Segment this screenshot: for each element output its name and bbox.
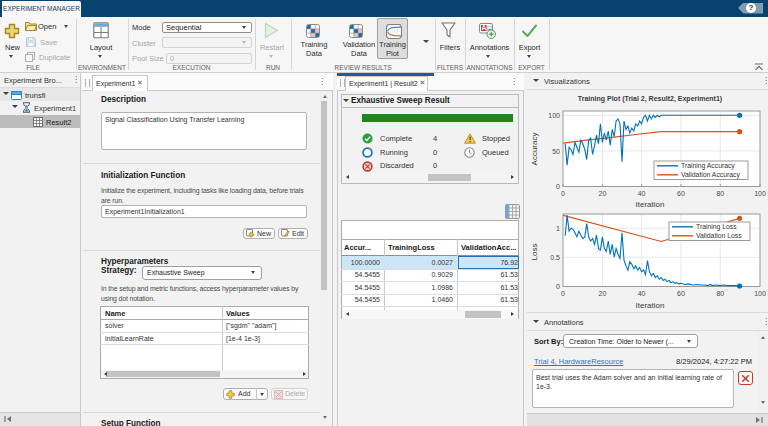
svg-text:0: 0 [556,283,560,290]
svg-text:20: 20 [599,290,607,297]
svg-text:80: 80 [716,290,724,297]
svg-text:80: 80 [716,190,724,197]
svg-text:100: 100 [754,190,766,197]
svg-text:20: 20 [599,190,607,197]
svg-text:100: 100 [548,112,560,119]
svg-text:Loss: Loss [530,244,539,261]
svg-text:Accuracy: Accuracy [530,133,539,166]
svg-text:Iteration: Iteration [636,301,665,310]
svg-text:100: 100 [754,290,766,297]
svg-text:1: 1 [556,225,560,232]
svg-text:Training Loss: Training Loss [696,223,737,231]
svg-text:Training Accuracy: Training Accuracy [681,162,735,170]
svg-text:0.5: 0.5 [550,254,560,261]
svg-text:Validation Accuracy: Validation Accuracy [681,171,740,179]
svg-text:60: 60 [677,290,685,297]
svg-text:40: 40 [638,190,646,197]
svg-text:40: 40 [638,290,646,297]
svg-text:60: 60 [677,190,685,197]
svg-text:Iteration: Iteration [636,200,665,209]
svg-text:0: 0 [556,183,560,190]
svg-text:0: 0 [561,190,565,197]
svg-text:50: 50 [552,148,560,155]
svg-text:Training Plot (Trial 2, Result: Training Plot (Trial 2, Result2, Experim… [578,95,722,103]
svg-text:A: A [481,24,486,31]
svg-text:Validation Loss: Validation Loss [696,232,742,239]
svg-text:0: 0 [561,290,565,297]
